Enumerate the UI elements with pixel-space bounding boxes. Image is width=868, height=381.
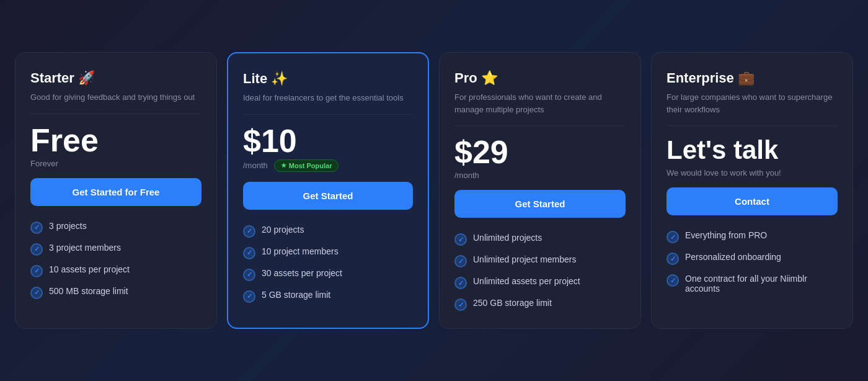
feature-item: 500 MB storage limit: [30, 286, 202, 299]
check-icon: [30, 287, 43, 299]
check-icon: [666, 274, 679, 287]
feature-item: 3 project members: [30, 243, 202, 256]
feature-text: Everything from PRO: [685, 230, 767, 240]
plan-title: Starter 🚀: [30, 70, 202, 86]
check-icon: [454, 298, 467, 311]
plan-title: Pro ⭐: [454, 70, 626, 86]
feature-item: 250 GB storage limit: [454, 298, 626, 311]
feature-item: Unlimited projects: [454, 233, 626, 246]
divider: [454, 125, 626, 126]
plan-card-enterprise: Enterprise 💼 For large companies who wan…: [651, 52, 853, 329]
divider: [30, 114, 202, 114]
plan-description: For large companies who want to supercha…: [666, 91, 838, 115]
plan-price: $10: [243, 125, 413, 157]
features-list: Everything from PRO Personalized onboard…: [666, 230, 838, 294]
feature-text: 3 project members: [49, 243, 121, 253]
feature-text: 30 assets per project: [262, 268, 342, 278]
plan-price: Let's talk: [666, 136, 838, 164]
cta-button-lite[interactable]: Get Started: [243, 182, 413, 210]
check-icon: [243, 247, 255, 259]
feature-text: Unlimited projects: [473, 233, 542, 243]
feature-text: 500 MB storage limit: [49, 286, 128, 296]
plan-price: Free: [30, 124, 202, 156]
feature-text: One contract for all your Niimblr accoun…: [685, 274, 838, 294]
features-list: Unlimited projects Unlimited project mem…: [454, 233, 626, 311]
pricing-grid: Starter 🚀 Good for giving feedback and t…: [0, 40, 868, 341]
feature-item: 30 assets per project: [243, 268, 413, 281]
feature-text: Unlimited assets per project: [473, 276, 580, 286]
divider: [666, 125, 838, 126]
feature-item: 20 projects: [243, 225, 413, 238]
check-icon: [666, 231, 679, 243]
plan-description: Good for giving feedback and trying thin…: [30, 91, 202, 104]
plan-title: Lite ✨: [243, 71, 413, 87]
plan-title: Enterprise 💼: [666, 70, 838, 86]
plan-price: $29: [454, 136, 626, 168]
feature-item: Personalized onboarding: [666, 252, 838, 265]
plan-description: For professionals who want to create and…: [454, 91, 626, 115]
feature-text: 250 GB storage limit: [473, 298, 552, 308]
check-icon: [243, 290, 255, 303]
check-icon: [454, 277, 467, 289]
feature-item: 5 GB storage limit: [243, 290, 413, 303]
plan-card-lite: Lite ✨ Ideal for freelancers to get the …: [227, 52, 429, 329]
feature-text: 10 assets per project: [49, 264, 130, 274]
plan-description: Ideal for freelancers to get the essenti…: [243, 92, 413, 104]
feature-text: 3 projects: [49, 221, 87, 231]
feature-text: 20 projects: [262, 225, 304, 235]
divider: [243, 114, 413, 115]
feature-text: Personalized onboarding: [685, 252, 781, 262]
plan-price-sub: /month Most Popular: [243, 159, 413, 172]
check-icon: [243, 225, 255, 238]
cta-button-pro[interactable]: Get Started: [454, 190, 626, 218]
feature-item: Everything from PRO: [666, 230, 838, 243]
popular-badge: Most Popular: [274, 159, 339, 172]
plan-price-sub: /month: [454, 171, 626, 180]
features-list: 3 projects 3 project members 10 assets p…: [30, 221, 202, 299]
feature-item: Unlimited assets per project: [454, 276, 626, 289]
check-icon: [454, 255, 467, 267]
check-icon: [666, 253, 679, 265]
check-icon: [243, 269, 255, 281]
feature-text: Unlimited project members: [473, 254, 577, 264]
feature-item: 3 projects: [30, 221, 202, 234]
cta-button-starter[interactable]: Get Started for Free: [30, 178, 202, 206]
feature-item: One contract for all your Niimblr accoun…: [666, 274, 838, 294]
feature-text: 5 GB storage limit: [262, 290, 330, 300]
plan-price-sub: We would love to work with you!: [666, 168, 838, 177]
plan-card-starter: Starter 🚀 Good for giving feedback and t…: [15, 52, 217, 329]
features-list: 20 projects 10 project members 30 assets…: [243, 225, 413, 303]
check-icon: [30, 222, 43, 234]
cta-button-enterprise[interactable]: Contact: [666, 187, 838, 215]
feature-item: 10 assets per project: [30, 264, 202, 277]
feature-text: 10 project members: [262, 246, 339, 256]
feature-item: Unlimited project members: [454, 254, 626, 267]
check-icon: [30, 243, 43, 256]
check-icon: [30, 265, 43, 277]
check-icon: [454, 233, 467, 246]
plan-price-sub: Forever: [30, 159, 202, 168]
plan-card-pro: Pro ⭐ For professionals who want to crea…: [439, 52, 641, 329]
feature-item: 10 project members: [243, 246, 413, 259]
